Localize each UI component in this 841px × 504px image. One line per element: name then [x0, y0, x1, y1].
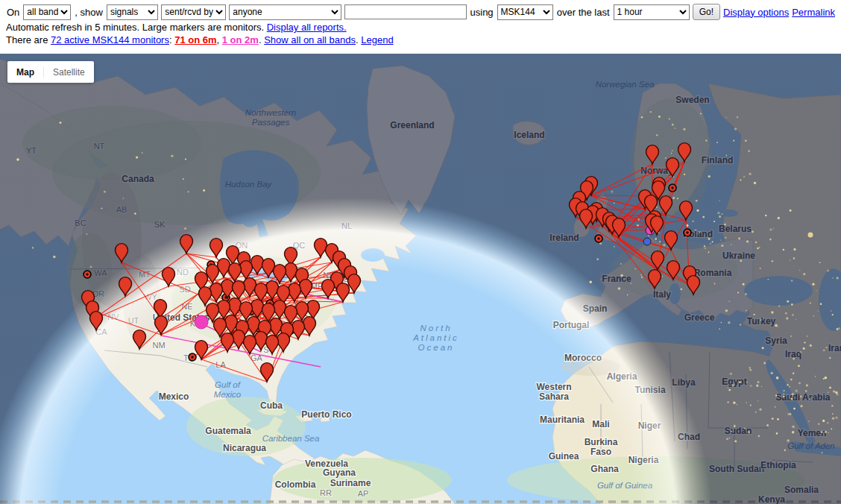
- monitor-marker-6m[interactable]: [667, 158, 679, 177]
- signals-select[interactable]: signals: [107, 4, 158, 20]
- show-label: , show: [75, 7, 103, 18]
- monitors-prefix: There are: [6, 34, 51, 45]
- map-view-button[interactable]: Map: [7, 67, 44, 78]
- monitor-marker-6m[interactable]: [649, 270, 661, 289]
- monitor-marker-6m[interactable]: [116, 244, 128, 262]
- monitor-marker-6m[interactable]: [678, 143, 691, 162]
- on-label: On: [7, 7, 19, 18]
- band-select[interactable]: all bands: [23, 4, 71, 20]
- active-monitors-link[interactable]: 72 active MSK144 monitors: [51, 34, 169, 45]
- monitors-2m-link[interactable]: 1 on 2m: [222, 34, 259, 45]
- legend-link[interactable]: Legend: [361, 34, 393, 45]
- monitor-marker-6m[interactable]: [261, 363, 274, 382]
- monitor-marker-6m[interactable]: [665, 231, 678, 250]
- monitor-marker-2m[interactable]: [195, 315, 208, 329]
- monitor-marker-6m[interactable]: [274, 265, 286, 283]
- filter-controls-row: On all bands , show signals sent/rcvd by…: [6, 3, 835, 21]
- monitor-marker-6m[interactable]: [180, 235, 193, 253]
- mode-select[interactable]: MSK144: [497, 4, 553, 20]
- monitor-marker-6m[interactable]: [660, 196, 673, 215]
- display-all-reports-link[interactable]: Display all reports.: [267, 22, 347, 33]
- timespan-select[interactable]: 1 hour: [614, 4, 690, 20]
- sep-comma: ,: [217, 34, 222, 45]
- monitors-6m-link[interactable]: 71 on 6m: [174, 34, 216, 45]
- monitor-marker-6m[interactable]: [687, 276, 700, 294]
- direction-select[interactable]: sent/rcvd by: [161, 4, 226, 20]
- refresh-status-row: Automatic refresh in 5 minutes. Large ma…: [6, 22, 835, 34]
- monitor-marker-6m[interactable]: [680, 201, 693, 220]
- monitor-marker-6m[interactable]: [210, 239, 223, 257]
- monitors-markers-layer: [0, 54, 841, 504]
- monitor-marker-6m[interactable]: [266, 336, 279, 354]
- monitor-marker-6m[interactable]: [337, 283, 350, 302]
- who-select[interactable]: anyone: [229, 4, 341, 20]
- callsign-input[interactable]: [344, 4, 467, 19]
- map-type-control: Map Satellite: [7, 61, 94, 83]
- permalink-link[interactable]: Permalink: [792, 7, 835, 18]
- monitor-marker-6m[interactable]: [646, 145, 659, 164]
- go-button[interactable]: Go!: [693, 4, 720, 20]
- world-map[interactable]: Norwegian SeaNorthwesternPassagesHudson …: [0, 54, 841, 504]
- toolbar: On all bands , show signals sent/rcvd by…: [0, 0, 841, 54]
- report-marker-small[interactable]: [84, 271, 91, 278]
- monitor-marker-6m[interactable]: [199, 287, 212, 306]
- show-all-bands-link[interactable]: Show all on all bands: [264, 34, 356, 45]
- monitor-marker-6m[interactable]: [244, 336, 256, 354]
- report-marker-small[interactable]: [189, 353, 196, 361]
- report-marker-small[interactable]: [669, 184, 676, 192]
- satellite-view-button[interactable]: Satellite: [44, 67, 94, 78]
- monitor-marker-6m[interactable]: [580, 210, 593, 228]
- monitor-marker-6m[interactable]: [315, 239, 327, 257]
- report-marker-small[interactable]: [684, 229, 691, 236]
- using-label: using: [470, 7, 494, 18]
- display-options-link[interactable]: Display options: [723, 7, 789, 18]
- monitor-marker-6m[interactable]: [285, 263, 297, 282]
- monitor-marker-6m[interactable]: [218, 259, 230, 277]
- monitor-marker-6m[interactable]: [90, 312, 103, 330]
- over-the-last-label: over the last: [557, 7, 610, 18]
- monitor-marker-6m[interactable]: [133, 330, 146, 349]
- monitors-status-row: There are 72 active MSK144 monitors: 71 …: [6, 34, 835, 46]
- refresh-text: Automatic refresh in 5 minutes. Large ma…: [6, 22, 264, 33]
- report-marker-small[interactable]: [595, 235, 602, 242]
